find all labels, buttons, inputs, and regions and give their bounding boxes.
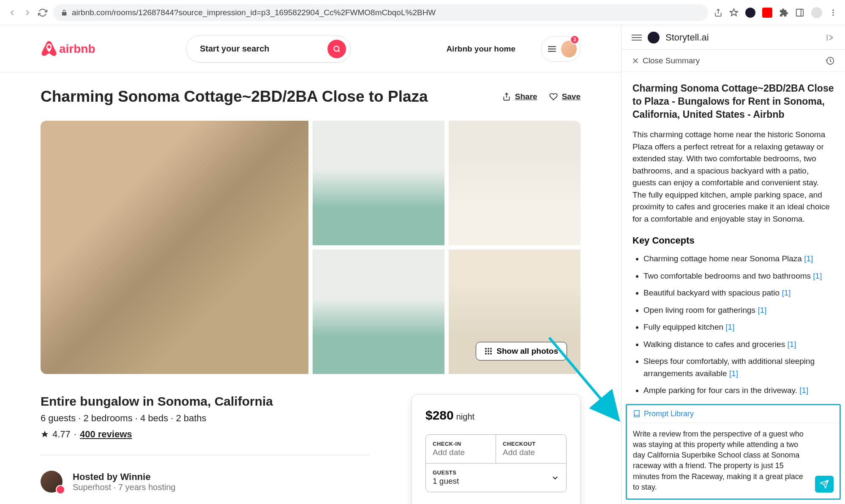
pop-out-icon[interactable] — [826, 33, 835, 42]
gallery-image[interactable] — [313, 121, 444, 245]
superhost-badge-icon — [56, 485, 65, 494]
prompt-textarea[interactable]: Write a review from the perspective of a… — [633, 429, 811, 493]
guests-field[interactable]: GUESTS 1 guest — [426, 463, 566, 492]
concepts-heading: Key Concepts — [632, 235, 834, 246]
menu-dots-icon[interactable] — [829, 8, 837, 17]
svg-rect-0 — [796, 9, 804, 16]
extension-icon[interactable] — [745, 8, 755, 18]
svg-line-6 — [338, 50, 340, 51]
concept-item: Beautiful backyard with spacious patio [… — [643, 287, 834, 299]
star-icon — [41, 430, 49, 439]
checkin-field[interactable]: CHECK-IN Add date — [426, 435, 496, 463]
svg-point-16 — [488, 350, 489, 352]
extensions-icon[interactable] — [779, 8, 788, 17]
reference-link[interactable]: [1] — [725, 322, 734, 331]
gallery-main-image[interactable] — [41, 121, 308, 374]
host-section: Hosted by Winnie Superhost · 7 years hos… — [41, 471, 369, 493]
notification-badge: 3 — [570, 35, 579, 44]
prompt-box: Prompt Library Write a review from the p… — [626, 404, 841, 500]
price: $280 — [425, 408, 454, 423]
panel-icon[interactable] — [795, 8, 804, 17]
send-button[interactable] — [815, 476, 834, 493]
reference-link[interactable]: [1] — [729, 369, 738, 378]
svg-point-4 — [832, 14, 834, 16]
concept-item: Sleeps four comfortably, with additional… — [643, 355, 834, 379]
url-text: airbnb.com/rooms/12687844?source_impress… — [72, 8, 701, 17]
heart-icon — [549, 92, 558, 101]
prompt-library-button[interactable]: Prompt Library — [627, 405, 840, 423]
save-button[interactable]: Save — [549, 92, 581, 101]
airbnb-logo-icon — [41, 41, 57, 57]
reload-icon[interactable] — [38, 8, 47, 17]
reviews-link[interactable]: 400 reviews — [80, 429, 132, 440]
back-icon[interactable] — [8, 8, 17, 17]
search-bar[interactable]: Start your search — [186, 35, 351, 62]
youtube-extension-icon[interactable] — [762, 8, 772, 18]
reference-link[interactable]: [1] — [799, 386, 808, 395]
summary-title: Charming Sonoma Cottage~2BD/2BA Close to… — [632, 82, 834, 121]
profile-avatar[interactable] — [811, 7, 822, 18]
book-icon — [633, 410, 641, 417]
checkout-field[interactable]: CHECKOUT Add date — [496, 435, 566, 463]
sidebar-content: Charming Sonoma Cottage~2BD/2BA Close to… — [621, 72, 845, 404]
sidebar-hamburger-icon[interactable] — [632, 34, 642, 41]
rating-value: 4.77 — [52, 429, 71, 440]
gallery-image[interactable] — [449, 121, 581, 245]
booking-dates: CHECK-IN Add date CHECKOUT Add date GUES… — [425, 434, 567, 492]
share-button[interactable]: Share — [502, 92, 537, 101]
rating-row: 4.77 · 400 reviews — [41, 429, 369, 440]
user-menu[interactable]: 3 — [541, 36, 581, 62]
svg-point-3 — [832, 12, 834, 13]
svg-point-14 — [490, 348, 492, 350]
svg-point-20 — [490, 353, 492, 355]
reference-link[interactable]: [1] — [804, 254, 813, 263]
svg-point-15 — [485, 350, 487, 352]
browser-toolbar: airbnb.com/rooms/12687844?source_impress… — [0, 0, 845, 25]
host-link[interactable]: Airbnb your home — [441, 39, 521, 59]
sidebar-header: Storytell.ai — [621, 25, 845, 50]
host-meta: Superhost · 7 years hosting — [73, 482, 175, 492]
url-bar[interactable]: airbnb.com/rooms/12687844?source_impress… — [53, 4, 708, 21]
chevron-down-icon — [551, 474, 559, 482]
booking-card: $280 night CHECK-IN Add date CHECKOUT Ad… — [412, 394, 581, 504]
hamburger-icon — [548, 46, 556, 52]
reference-link[interactable]: [1] — [782, 288, 790, 297]
show-all-photos-button[interactable]: Show all photos — [476, 342, 567, 360]
host-avatar[interactable] — [41, 471, 63, 493]
reference-link[interactable]: [1] — [813, 271, 822, 280]
globe-icon[interactable] — [526, 44, 536, 54]
history-icon[interactable] — [826, 56, 835, 65]
search-button[interactable] — [327, 40, 346, 58]
airbnb-page: airbnb Start your search Airbnb your hom… — [0, 25, 621, 504]
listing-specs: 6 guests · 2 bedrooms · 4 beds · 2 baths — [41, 413, 369, 424]
close-summary-button[interactable]: Close Summary — [632, 56, 700, 65]
svg-point-7 — [532, 50, 536, 54]
listing-title: Charming Sonoma Cottage~2BD/2BA Close to… — [41, 88, 428, 106]
gallery-image[interactable]: Show all photos — [449, 249, 581, 374]
svg-point-5 — [334, 46, 339, 51]
svg-point-12 — [485, 348, 487, 350]
reference-link[interactable]: [1] — [787, 340, 796, 349]
svg-point-18 — [485, 353, 487, 355]
listing-subtitle: Entire bungalow in Sonoma, California — [41, 394, 369, 409]
send-icon — [820, 480, 829, 489]
gallery-image[interactable] — [313, 249, 444, 374]
sidebar-brand: Storytell.ai — [665, 32, 709, 43]
concepts-list: Charming cottage home near Sonoma Plaza … — [632, 253, 834, 397]
price-unit: night — [456, 412, 474, 422]
forward-icon[interactable] — [23, 8, 32, 17]
storytell-logo-icon — [648, 32, 660, 43]
svg-point-13 — [488, 348, 489, 350]
airbnb-logo[interactable]: airbnb — [41, 41, 95, 57]
star-icon[interactable] — [729, 8, 739, 17]
browser-actions — [714, 7, 837, 18]
svg-point-19 — [488, 353, 489, 355]
share-icon — [502, 92, 511, 101]
concept-item: Charming cottage home near Sonoma Plaza … — [643, 253, 834, 265]
sidebar-subheader: Close Summary — [621, 50, 845, 72]
share-icon[interactable] — [714, 8, 722, 17]
concept-item: Fully equipped kitchen [1] — [643, 321, 834, 333]
reference-link[interactable]: [1] — [758, 306, 766, 314]
svg-point-2 — [832, 9, 834, 11]
storytell-sidebar: Storytell.ai Close Summary Charming Sono… — [621, 25, 845, 504]
